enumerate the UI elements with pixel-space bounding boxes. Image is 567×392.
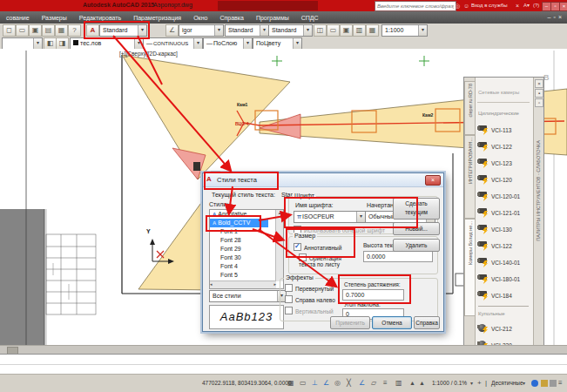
palette-item[interactable]: VCI-122 xyxy=(477,239,531,253)
apply-button[interactable]: Применить xyxy=(330,316,370,329)
snap-icon[interactable]: ▦ xyxy=(287,378,294,389)
toolbar-icon[interactable]: ▣ xyxy=(340,24,353,37)
dropdown-arrow-icon[interactable] xyxy=(293,38,301,49)
isolate-objects-icon[interactable] xyxy=(550,380,557,387)
palette-item[interactable]: VCI-130 xyxy=(477,222,531,236)
sign-in-button[interactable]: Вход в службы xyxy=(471,3,508,8)
transparency-icon[interactable]: ▥ xyxy=(395,378,402,389)
menu-dimensions[interactable]: Размеры xyxy=(36,15,73,21)
palette-item[interactable]: VCI-180-01 xyxy=(477,272,531,286)
properties-icon[interactable]: ▫ xyxy=(535,98,543,107)
palette-tab[interactable]: ИНТЕГРИРОВАНН... xyxy=(464,135,475,219)
backwards-checkbox[interactable]: Справа налево xyxy=(285,295,335,303)
close-icon[interactable]: × xyxy=(535,79,543,88)
text-height-field[interactable]: 0.0000 xyxy=(363,251,433,262)
autoscale-icon[interactable]: ▲ xyxy=(419,378,425,389)
style-row[interactable]: Font 5 xyxy=(210,271,276,280)
menu-window[interactable]: Окно xyxy=(187,15,213,21)
user-icon[interactable]: ☺ xyxy=(463,2,469,10)
exchange-icon[interactable]: × xyxy=(516,2,519,10)
dropdown-arrow-icon[interactable] xyxy=(33,38,42,49)
styles-list[interactable]: AAnnotative ABold_CCTV Font 1 Font 28 Fo… xyxy=(209,209,284,289)
text-style-combo[interactable]: Standard xyxy=(99,24,147,37)
color-combo[interactable] xyxy=(2,37,43,50)
palette-item[interactable]: VCI-121-01 xyxy=(477,206,531,220)
menu-modify[interactable]: Редактировать xyxy=(73,15,127,21)
close-button[interactable]: × xyxy=(559,2,567,11)
dropdown-arrow-icon[interactable] xyxy=(303,25,312,36)
style-row[interactable]: Font 29 xyxy=(210,245,276,253)
palette-item[interactable]: VCI-120 xyxy=(477,172,531,186)
toolbar-icon[interactable]: ▥ xyxy=(353,24,366,37)
osnap-icon[interactable]: ◎ xyxy=(334,378,341,389)
style-row[interactable]: Font 30 xyxy=(210,253,276,262)
menu-programs[interactable]: Программы xyxy=(250,15,295,21)
palette-item[interactable]: VCI-120-01 xyxy=(477,189,531,203)
menu-draw[interactable]: сование xyxy=(0,15,36,21)
dim-style-combo[interactable]: igor xyxy=(179,24,224,37)
delete-style-button[interactable]: Удалить xyxy=(393,239,440,252)
help-icon[interactable]: (?) xyxy=(533,2,539,10)
style-row[interactable]: Font 4 xyxy=(210,262,276,271)
menu-spds[interactable]: СПДС xyxy=(295,15,325,21)
toolbar-icon[interactable]: ◻ xyxy=(3,24,16,37)
command-line-row[interactable] xyxy=(0,355,567,364)
dropdown-arrow-icon[interactable] xyxy=(356,212,365,222)
layer-combo[interactable]: тес.лов xyxy=(70,37,144,50)
dynamic-ucs-icon[interactable]: ∠ xyxy=(359,378,365,389)
viewport-scale-combo[interactable]: 1:1000 xyxy=(381,24,428,37)
ortho-icon[interactable]: ⊥ xyxy=(312,378,318,389)
text-style-icon[interactable]: A xyxy=(86,24,99,37)
dropdown-arrow-icon[interactable] xyxy=(134,38,143,49)
search-input[interactable] xyxy=(375,1,456,11)
toolbar-icon[interactable]: ▦ xyxy=(55,24,68,37)
menu-help[interactable]: Справка xyxy=(213,15,249,21)
dim-style-icon[interactable]: ∠ xyxy=(165,24,179,37)
palette-tab[interactable]: cleper.ru RD-78 xyxy=(464,81,475,135)
dropdown-arrow-icon[interactable] xyxy=(418,25,427,36)
annotative-checkbox[interactable]: Аннотативный xyxy=(294,243,341,251)
annotation-visibility-icon[interactable]: ▲ xyxy=(409,378,415,389)
viewport-controls[interactable]: [+][Сверху][2D-каркас] xyxy=(119,51,178,57)
help-toolbar-icon[interactable]: ? xyxy=(68,24,81,37)
trusted-dwg-icon[interactable] xyxy=(541,380,548,387)
dialog-close-button[interactable]: × xyxy=(425,175,441,186)
dyn-input-icon[interactable]: ▱ xyxy=(371,378,376,389)
command-line[interactable] xyxy=(0,354,567,375)
toolbar-icon[interactable]: ◫ xyxy=(314,24,327,37)
table-style-combo[interactable]: Standard xyxy=(225,24,269,37)
palette-item[interactable]: VCI-123 xyxy=(477,156,531,170)
new-style-button[interactable]: Новый... xyxy=(393,222,440,235)
style-filter-combo[interactable]: Все стили xyxy=(209,290,287,302)
palette-item[interactable]: VCI-113 xyxy=(477,123,531,137)
linetype-combo[interactable]: — CONTINUOUS xyxy=(143,37,203,50)
palette-tab-active[interactable]: Камеры Болид не... xyxy=(464,219,475,316)
dialog-title-bar[interactable]: A Стили текста × xyxy=(203,173,443,187)
search-icon[interactable]: ◎ xyxy=(455,2,460,10)
vertical-scrollbar[interactable]: ▴▾ xyxy=(275,210,283,281)
otrack-icon[interactable]: ╳ xyxy=(347,378,351,389)
toolbar-icon[interactable]: ▦ xyxy=(366,24,379,37)
dropdown-arrow-icon[interactable] xyxy=(260,25,268,36)
lineweight-combo[interactable]: — ПоСлою xyxy=(203,37,253,50)
orientation-checkbox[interactable]: Ориентация текста по листу xyxy=(299,253,353,267)
style-row-selected[interactable]: ABold_CCTV xyxy=(210,219,268,227)
toolbar-icon[interactable]: ▣ xyxy=(29,24,42,37)
workspace-icon[interactable]: + xyxy=(477,378,482,389)
mleader-style-combo[interactable]: Standard xyxy=(268,24,313,37)
plot-style-combo[interactable]: ПоЦвету xyxy=(253,37,302,50)
width-factor-field[interactable]: 0.7000 xyxy=(342,289,404,301)
toolbar-icon[interactable]: ▤ xyxy=(42,24,55,37)
upside-down-checkbox[interactable]: Перевернутый xyxy=(285,284,334,292)
menu-parametric[interactable]: Параметризация xyxy=(127,15,187,21)
dropdown-arrow-icon[interactable] xyxy=(243,38,252,49)
palette-item[interactable]: VCI-140-01 xyxy=(477,255,531,269)
polar-icon[interactable]: ∠ xyxy=(323,378,329,389)
style-row[interactable]: Font 28 xyxy=(210,236,276,245)
toolbar-icon[interactable]: ▭ xyxy=(16,24,29,37)
toolbar-icon[interactable]: ▭ xyxy=(327,24,340,37)
dropdown-arrow-icon[interactable] xyxy=(138,25,146,36)
set-current-button[interactable]: Сделать текущим xyxy=(393,198,440,220)
grid-icon[interactable]: ▭ xyxy=(300,378,307,389)
units-selector[interactable]: Десятичные xyxy=(491,380,523,386)
